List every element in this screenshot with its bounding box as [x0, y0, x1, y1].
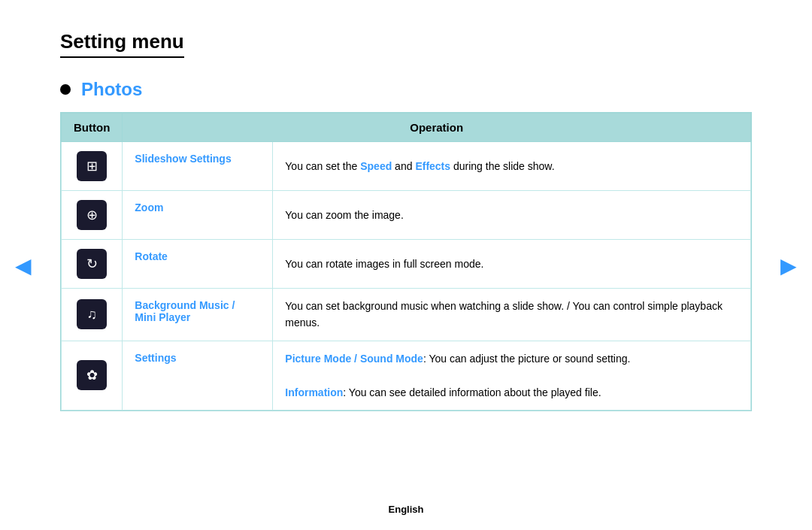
page-title: Setting menu	[60, 30, 184, 58]
settings-table: Button Operation ⊞Slideshow SettingsYou …	[60, 112, 752, 411]
operation-text: You can zoom the image.	[273, 191, 751, 240]
feature-name: Zoom	[123, 191, 273, 240]
rotate-icon: ↻	[77, 249, 107, 279]
operation-text: Picture Mode / Sound Mode: You can adjus…	[273, 341, 751, 410]
button-cell: ⊕	[62, 191, 123, 240]
operation-text: You can set the Speed and Effects during…	[273, 142, 751, 191]
zoom-icon: ⊕	[77, 200, 107, 230]
nav-arrow-right[interactable]: ▶	[780, 253, 797, 277]
operation-text: You can set background music when watchi…	[273, 289, 751, 341]
col-header-operation: Operation	[123, 114, 751, 142]
operation-text: You can rotate images in full screen mod…	[273, 240, 751, 289]
col-header-button: Button	[62, 114, 123, 142]
section-title: Photos	[81, 79, 142, 100]
feature-name: Settings	[123, 341, 273, 410]
nav-arrow-left[interactable]: ◀	[15, 253, 32, 277]
settings-icon: ✿	[77, 360, 107, 390]
feature-name: Slideshow Settings	[123, 142, 273, 191]
button-cell: ✿	[62, 341, 123, 410]
background-music-icon: ♫	[77, 299, 107, 329]
table-row: ↻RotateYou can rotate images in full scr…	[62, 240, 751, 289]
button-cell: ♫	[62, 289, 123, 341]
footer-language: English	[0, 504, 812, 515]
table-row: ⊞Slideshow SettingsYou can set the Speed…	[62, 142, 751, 191]
feature-name: Rotate	[123, 240, 273, 289]
button-cell: ↻	[62, 240, 123, 289]
feature-name: Background Music / Mini Player	[123, 289, 273, 341]
table-row: ⊕ZoomYou can zoom the image.	[62, 191, 751, 240]
bullet-icon	[60, 84, 71, 95]
table-row: ✿SettingsPicture Mode / Sound Mode: You …	[62, 341, 751, 410]
table-row: ♫Background Music / Mini PlayerYou can s…	[62, 289, 751, 341]
button-cell: ⊞	[62, 142, 123, 191]
slideshow-settings-icon: ⊞	[77, 151, 107, 181]
